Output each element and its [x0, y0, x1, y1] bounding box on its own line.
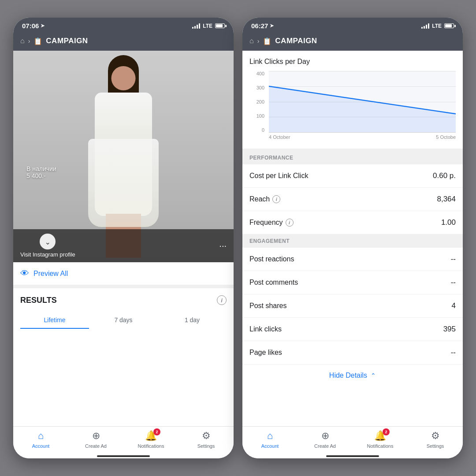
metric-frequency: Frequency i 1.00: [242, 211, 463, 234]
metric-label-shares: Post shares: [249, 302, 286, 310]
home-tab-icon-1: ⌂: [38, 430, 44, 442]
engagement-header: ENGAGEMENT: [242, 234, 463, 248]
breadcrumb-chevron-1: ›: [28, 37, 30, 45]
tab-settings-2[interactable]: ⚙ Settings: [408, 430, 463, 449]
tab-lifetime[interactable]: Lifetime: [20, 312, 89, 329]
battery-icon-2: [444, 23, 454, 28]
time-display-1: 07:06: [22, 22, 39, 30]
metric-value-reactions: --: [451, 255, 456, 264]
hide-details-text: Hide Details: [329, 372, 367, 379]
chart-title: Link Clicks per Day: [249, 58, 456, 66]
y-label-300: 300: [257, 85, 264, 90]
location-icon-2: ➤: [270, 23, 274, 29]
status-time-1: 07:06 ➤: [22, 22, 45, 30]
price-tag: В наличии 5 400.-: [26, 165, 56, 179]
status-icons-2: LTE: [421, 23, 454, 29]
metric-label-comments: Post comments: [249, 279, 298, 286]
status-bar-1: 07:06 ➤ LTE: [13, 18, 234, 33]
y-label-400: 400: [257, 71, 264, 76]
metric-label-cost: Cost per Link Click: [249, 172, 308, 180]
y-label-200: 200: [257, 99, 264, 104]
chart-main-area: [269, 71, 456, 133]
metric-label-frequency: Frequency i: [249, 219, 294, 227]
status-bar-2: 06:27 ➤ LTE: [242, 18, 463, 33]
metric-link-clicks: Link clicks 395: [242, 318, 463, 341]
notif-badge-2: 2: [383, 428, 390, 435]
chart-section: Link Clicks per Day 400 300 200 100 0: [242, 51, 463, 149]
metrics-section: PERFORMANCE Cost per Link Click 0.60 p. …: [242, 151, 463, 426]
y-label-0: 0: [262, 127, 264, 133]
results-info-icon[interactable]: i: [217, 295, 227, 305]
chevron-up-icon: ⌃: [45, 238, 51, 246]
ad-bottom-bar: ⌃ Visit Instagram profile ···: [13, 229, 234, 262]
bottom-tab-bar-1: ⌂ Account ⊕ Create Ad 🔔 2 Notifications …: [13, 426, 234, 456]
lte-label-2: LTE: [432, 23, 442, 29]
results-title: RESULTS: [20, 296, 57, 305]
tab-create-1[interactable]: ⊕ Create Ad: [68, 430, 123, 449]
tab-settings-label-2: Settings: [427, 443, 444, 449]
visit-text: Visit Instagram profile: [20, 251, 75, 258]
tab-account-1[interactable]: ⌂ Account: [13, 430, 68, 449]
notif-icon-wrap-2: 🔔 2: [374, 430, 386, 442]
preview-all-text: Preview All: [33, 270, 68, 278]
bottom-tab-bar-2: ⌂ Account ⊕ Create Ad 🔔 2 Notifications …: [242, 426, 463, 456]
signal-bars-1: [192, 23, 200, 29]
home-icon-2[interactable]: ⌂: [249, 37, 254, 45]
notif-badge-1: 2: [153, 428, 160, 435]
home-indicator-1: [13, 456, 234, 458]
chart-svg: [269, 71, 456, 132]
x-label-oct5: 5 Octobe: [436, 134, 456, 140]
notif-icon-wrap-1: 🔔 2: [145, 430, 157, 442]
metric-label-link-clicks: Link clicks: [249, 325, 282, 333]
tab-notifications-2[interactable]: 🔔 2 Notifications: [353, 430, 408, 449]
metric-value-cost: 0.60 p.: [433, 171, 456, 180]
home-indicator-2: [242, 456, 463, 458]
tab-notif-label-2: Notifications: [367, 443, 394, 449]
nav-bar-1: ⌂ › 📋 CAMPAIGN: [13, 33, 234, 51]
status-time-2: 06:27 ➤: [251, 22, 274, 30]
metric-value-page-likes: --: [451, 348, 456, 357]
settings-icon-2: ⚙: [431, 430, 440, 442]
tab-account-2[interactable]: ⌂ Account: [242, 430, 298, 449]
preview-row[interactable]: 👁 Preview All: [13, 262, 234, 285]
metric-label-reactions: Post reactions: [249, 255, 294, 263]
metric-value-comments: --: [451, 278, 456, 287]
price-line-2: 5 400.-: [26, 172, 56, 179]
create-tab-icon-1: ⊕: [92, 430, 100, 442]
tab-7days[interactable]: 7 days: [89, 312, 158, 329]
tab-settings-1[interactable]: ⚙ Settings: [178, 430, 234, 449]
swipe-circle: ⌃: [40, 234, 56, 249]
nav-title-2: CAMPAIGN: [275, 37, 317, 45]
phone-1: 07:06 ➤ LTE ⌂ › 📋 CAMPAIGN: [13, 18, 234, 458]
ad-image-container: В наличии 5 400.- ⌃ Visit Instagram prof…: [13, 51, 234, 262]
phone-2: 06:27 ➤ LTE ⌂ › 📋 CAMPAIGN: [242, 18, 463, 458]
tab-create-label-2: Create Ad: [314, 443, 336, 449]
tab-notifications-1[interactable]: 🔔 2 Notifications: [123, 430, 178, 449]
phone2-content: Link Clicks per Day 400 300 200 100 0: [242, 51, 463, 426]
eye-icon: 👁: [20, 268, 29, 279]
reach-info-icon[interactable]: i: [272, 195, 280, 203]
settings-icon-1: ⚙: [202, 430, 211, 442]
tab-create-label-1: Create Ad: [85, 443, 107, 449]
home-icon-1[interactable]: ⌂: [20, 37, 25, 45]
dots-menu[interactable]: ···: [219, 241, 227, 251]
chevron-up-icon-2: ⌃: [371, 372, 376, 379]
frequency-info-icon[interactable]: i: [286, 219, 294, 227]
tab-account-label-2: Account: [261, 443, 279, 449]
nav-bar-2: ⌂ › 📋 CAMPAIGN: [242, 33, 463, 51]
tab-create-2[interactable]: ⊕ Create Ad: [298, 430, 353, 449]
chart-area: 400 300 200 100 0: [249, 71, 456, 141]
tab-settings-label-1: Settings: [197, 443, 215, 449]
metric-value-reach: 8,364: [437, 195, 456, 204]
home-tab-icon-2: ⌂: [267, 430, 273, 442]
metric-value-link-clicks: 395: [443, 325, 456, 334]
swipe-up-container[interactable]: ⌃ Visit Instagram profile: [20, 234, 75, 258]
chart-x-labels: 4 October 5 Octobe: [269, 133, 456, 141]
chart-y-labels: 400 300 200 100 0: [249, 71, 267, 133]
hide-details-row[interactable]: Hide Details ⌃: [242, 364, 463, 387]
inbox-icon-2: 📋: [263, 37, 271, 45]
metric-value-frequency: 1.00: [441, 218, 456, 227]
tab-1day[interactable]: 1 day: [158, 312, 227, 329]
woman-face: [112, 66, 136, 90]
woman-dress: [88, 139, 159, 227]
